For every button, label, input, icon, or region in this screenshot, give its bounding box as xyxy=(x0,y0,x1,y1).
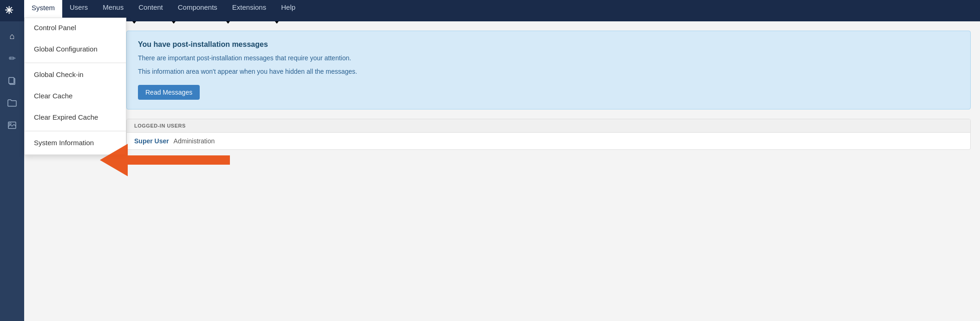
logged-in-users-box: LOGGED-IN USERS Super User Administratio… xyxy=(126,119,971,150)
system-dropdown: Control Panel Global Configuration Globa… xyxy=(24,18,126,155)
nav-item-system[interactable]: System Control Panel Global Configuratio… xyxy=(24,0,62,25)
messages-box-line2: This information area won't appear when … xyxy=(138,67,959,77)
dropdown-system-information[interactable]: System Information xyxy=(25,133,126,154)
system-menu-button[interactable]: System xyxy=(24,0,62,18)
main-content: You have post-installation messages Ther… xyxy=(117,21,980,321)
components-menu-button[interactable]: Components xyxy=(170,0,225,18)
dropdown-clear-expired-cache[interactable]: Clear Expired Cache xyxy=(25,108,126,129)
help-caret-icon xyxy=(275,21,279,24)
nav-item-content[interactable]: Content xyxy=(131,0,170,25)
dropdown-global-configuration[interactable]: Global Configuration xyxy=(25,39,126,61)
dropdown-clear-cache[interactable]: Clear Cache xyxy=(25,86,126,108)
messages-box-line1: There are important post-installation me… xyxy=(138,53,959,63)
icon-sidebar: ⌂ ✏ xyxy=(0,21,24,321)
copy-svg xyxy=(8,77,16,85)
sidebar-copy-icon[interactable] xyxy=(2,71,22,91)
page-layout: ⌂ ✏ CO STRUCTURE ≡ Menu(s) xyxy=(0,21,980,321)
sidebar-edit-icon[interactable]: ✏ xyxy=(2,48,22,69)
joomla-icon: ✳ xyxy=(5,5,13,17)
dropdown-control-panel[interactable]: Control Panel xyxy=(25,18,126,39)
user-row: Super User Administration xyxy=(127,133,970,149)
super-user-name: Super User xyxy=(134,137,169,145)
menus-menu-button[interactable]: Menus xyxy=(95,0,131,18)
messages-box-title: You have post-installation messages xyxy=(138,40,959,49)
post-installation-messages-box: You have post-installation messages Ther… xyxy=(126,31,971,109)
logged-in-users-header: LOGGED-IN USERS xyxy=(127,119,970,133)
sidebar-home-icon[interactable]: ⌂ xyxy=(2,26,22,46)
content-caret-icon xyxy=(132,21,136,24)
brand-logo: ✳ xyxy=(5,5,17,17)
folder-svg xyxy=(7,99,17,107)
sidebar-image-icon[interactable] xyxy=(2,115,22,135)
components-caret-icon xyxy=(172,21,176,24)
read-messages-button[interactable]: Read Messages xyxy=(138,85,200,100)
help-menu-button[interactable]: Help xyxy=(274,0,303,18)
navbar: ✳ System Control Panel Global Configurat… xyxy=(0,0,980,21)
extensions-menu-button[interactable]: Extensions xyxy=(225,0,274,18)
image-svg xyxy=(8,122,16,129)
svg-rect-1 xyxy=(9,77,14,83)
nav-menu: System Control Panel Global Configuratio… xyxy=(24,0,303,25)
users-menu-button[interactable]: Users xyxy=(62,0,95,18)
extensions-caret-icon xyxy=(226,21,230,24)
dropdown-divider-2 xyxy=(25,131,126,131)
nav-item-help[interactable]: Help xyxy=(274,0,303,25)
dropdown-global-checkin[interactable]: Global Check-in xyxy=(25,65,126,86)
dropdown-divider-1 xyxy=(25,63,126,63)
content-menu-button[interactable]: Content xyxy=(131,0,170,18)
nav-item-components[interactable]: Components xyxy=(170,0,225,25)
super-user-role: Administration xyxy=(174,137,215,145)
sidebar-folder-icon[interactable] xyxy=(2,93,22,113)
nav-item-extensions[interactable]: Extensions xyxy=(225,0,274,25)
